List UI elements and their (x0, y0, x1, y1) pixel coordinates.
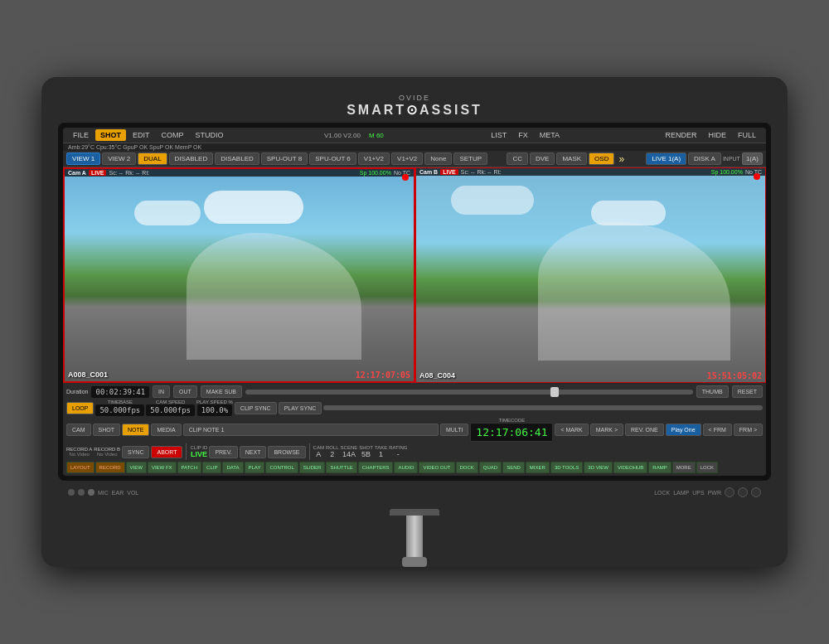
ind-circle-2 (738, 487, 748, 497)
rating-val: - (397, 450, 400, 458)
prev-btn[interactable]: PREV. (209, 446, 237, 458)
menu-full[interactable]: FULL (733, 129, 761, 141)
func-btn-9[interactable]: SLIDER (299, 462, 326, 473)
mark-left-btn[interactable]: < MARK (555, 424, 588, 436)
cam-tab[interactable]: CAM (66, 424, 91, 436)
menu-comp[interactable]: COMP (157, 129, 189, 141)
clip-note-field[interactable]: CLIP NOTE 1 (183, 424, 439, 436)
func-btn-23[interactable]: LOCK (696, 462, 718, 473)
note-tab[interactable]: NOTE (122, 424, 149, 436)
func-btn-19[interactable]: 3D VIEW (584, 462, 613, 473)
func-btn-2[interactable]: VIEW (126, 462, 147, 473)
osd-btn[interactable]: OSD (589, 153, 614, 165)
menu-hide[interactable]: HIDE (703, 129, 731, 141)
menu-render[interactable]: RENDER (660, 129, 701, 141)
shot-tab[interactable]: SHOT (93, 424, 120, 436)
lock-label: LOCK (654, 490, 670, 496)
function-buttons-row: LAYOUTRECORDVIEWVIEW FXPATCHCLIPDATAPLAY… (66, 462, 763, 473)
func-btn-8[interactable]: CONTROL (265, 462, 298, 473)
func-btn-10[interactable]: SHUTTLE (326, 462, 356, 473)
timeline-slider[interactable] (245, 390, 693, 395)
loop-btn[interactable]: LOOP (66, 402, 94, 414)
make-sub-btn[interactable]: MAKE SUB (201, 385, 242, 398)
setup-btn[interactable]: SETUP (453, 153, 487, 165)
func-btn-18[interactable]: 3D TOOLS (550, 462, 583, 473)
rev-one-btn[interactable]: REV. ONE (625, 424, 664, 436)
slider-thumb[interactable] (550, 387, 559, 397)
mask-btn[interactable]: MASK (556, 153, 587, 165)
menu-file[interactable]: FILE (68, 129, 94, 141)
next-btn[interactable]: NEXT (240, 446, 267, 458)
func-btn-12[interactable]: AUDIO (394, 462, 418, 473)
func-btn-0[interactable]: LAYOUT (66, 462, 95, 473)
play-speed-val: 100.0% (197, 404, 233, 416)
vol-knob[interactable] (88, 489, 95, 496)
frm-left-btn[interactable]: < FRM (703, 424, 732, 436)
func-btn-7[interactable]: PLAY (245, 462, 265, 473)
timebase-val: 50.000fps (95, 404, 144, 416)
ind-circle-1 (725, 487, 734, 497)
dve-btn[interactable]: DVE (530, 153, 555, 165)
func-btn-14[interactable]: DOCK (456, 462, 478, 473)
func-btn-13[interactable]: VIDEO OUT (419, 462, 454, 473)
mark-right-btn[interactable]: MARK > (590, 424, 623, 436)
cc-btn[interactable]: CC (507, 153, 528, 165)
view1-btn[interactable]: VIEW 1 (66, 153, 100, 165)
reset-btn[interactable]: RESET (732, 385, 763, 398)
menu-fx[interactable]: FX (513, 129, 533, 141)
frm-right-btn[interactable]: FRM > (734, 424, 763, 436)
play-sync-btn[interactable]: PLAY SYNC (279, 402, 322, 414)
func-btn-5[interactable]: CLIP (202, 462, 221, 473)
func-btn-4[interactable]: PATCH (177, 462, 201, 473)
multi-btn[interactable]: MULTI (440, 424, 468, 436)
lamp-label: LAMP (673, 490, 689, 496)
func-btn-3[interactable]: VIEW FX (148, 462, 177, 473)
live1a-btn[interactable]: LIVE 1(A) (646, 153, 686, 165)
thumb-btn[interactable]: THUMB (696, 385, 729, 398)
cam-a-label: Cam A (68, 170, 86, 176)
menu-list[interactable]: LIST (486, 129, 511, 141)
none-btn[interactable]: None (424, 153, 452, 165)
func-btn-17[interactable]: MIXER (526, 462, 550, 473)
func-btn-15[interactable]: QUAD (479, 462, 502, 473)
in-btn[interactable]: IN (153, 385, 170, 398)
func-btn-11[interactable]: CHAPTERS (358, 462, 394, 473)
playback-slider[interactable] (323, 405, 763, 410)
func-btn-16[interactable]: SEND (502, 462, 525, 473)
video-bottom-b: A08_C004 15:51:05:02 (416, 370, 765, 382)
v1v2-btn[interactable]: V1+V2 (358, 153, 390, 165)
menu-studio[interactable]: STUDIO (191, 129, 229, 141)
disabled2-btn[interactable]: DISABLED (215, 153, 259, 165)
screen: FILE SHOT EDIT COMP STUDIO V1.00 V2.00 M… (63, 128, 766, 476)
func-btn-20[interactable]: VIDEOHUB (613, 462, 647, 473)
view2-btn[interactable]: VIEW 2 (102, 153, 136, 165)
record-a-val: No Video (69, 452, 90, 457)
cam-b-label: Cam B (419, 169, 438, 175)
arrows-btn[interactable]: » (616, 153, 627, 165)
sync-btn[interactable]: SYNC (122, 446, 149, 458)
func-btn-1[interactable]: RECORD (95, 462, 125, 473)
diska-btn[interactable]: DISK A (688, 153, 721, 165)
v1v2-2-btn[interactable]: V1+V2 (391, 153, 423, 165)
menu-meta[interactable]: META (535, 129, 565, 141)
play-one-btn[interactable]: Play One (666, 424, 701, 436)
menu-edit[interactable]: EDIT (128, 129, 155, 141)
func-btn-22[interactable]: MORE (672, 462, 696, 473)
func-btn-21[interactable]: RAMP (648, 462, 671, 473)
disabled1-btn[interactable]: DISABLED (169, 153, 214, 165)
spu2-btn[interactable]: SPU-OUT 6 (309, 153, 356, 165)
media-tab[interactable]: MEDIA (151, 424, 181, 436)
stand-top (390, 509, 439, 516)
cam-speed-val: 50.000fps (146, 404, 195, 416)
status-temp: Amb:29°C Cpu:35°C GpuP OK SpuP OK MemP O… (68, 144, 201, 150)
func-btn-6[interactable]: DATA (222, 462, 243, 473)
clip-sync-btn[interactable]: CLIP SYNC (235, 402, 277, 414)
timecode-a: 12:17:07:05 (356, 370, 410, 380)
top-menu-bar: FILE SHOT EDIT COMP STUDIO V1.00 V2.00 M… (63, 128, 766, 143)
abort-btn[interactable]: ABORT (151, 446, 182, 458)
menu-shot[interactable]: SHOT (95, 129, 126, 141)
out-btn[interactable]: OUT (173, 385, 197, 398)
spu1-btn[interactable]: SPU-OUT 8 (261, 153, 308, 165)
dual-btn[interactable]: DUAL (138, 153, 167, 165)
browse-btn[interactable]: BROWSE (268, 446, 305, 458)
